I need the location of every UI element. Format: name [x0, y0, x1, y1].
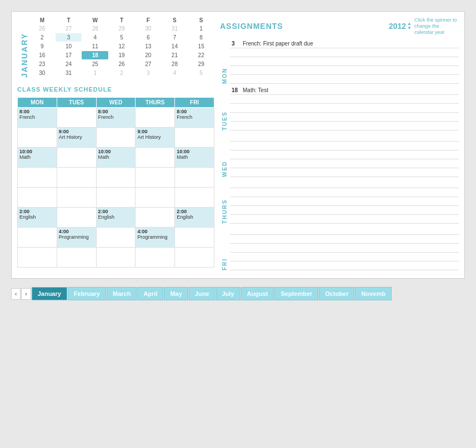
class-time: 4:00 — [59, 229, 94, 234]
schedule-col-header: FRI — [175, 98, 214, 108]
cal-cell[interactable]: 31 — [56, 69, 82, 77]
assignment-day-section: TUES18Math: Test — [220, 86, 459, 130]
month-tab-may[interactable]: May — [164, 287, 188, 300]
cal-cell[interactable]: 24 — [56, 60, 82, 68]
schedule-cell — [136, 108, 175, 128]
cal-cell[interactable]: 12 — [108, 42, 135, 51]
cal-cell[interactable]: 3 — [56, 33, 82, 42]
cal-cell[interactable]: 1 — [188, 24, 214, 33]
day-rows: 3French: First paper draft due — [230, 39, 459, 84]
month-tab-july[interactable]: July — [216, 287, 240, 300]
assignment-row: 3French: First paper draft due — [230, 39, 459, 48]
class-time: 10:00 — [177, 149, 212, 154]
cal-cell[interactable]: 27 — [56, 24, 82, 33]
cal-cell[interactable]: 11 — [82, 42, 108, 51]
cal-cell[interactable]: 27 — [135, 60, 162, 68]
cal-cell[interactable]: 30 — [135, 24, 162, 33]
cal-cell[interactable]: 18 — [82, 51, 108, 59]
class-time: 8:00 — [98, 109, 134, 114]
class-time: 10:00 — [19, 149, 55, 154]
cal-cell[interactable]: 16 — [29, 51, 56, 59]
month-tab-january[interactable]: January — [32, 287, 67, 300]
month-tab-june[interactable]: June — [189, 287, 216, 300]
cal-week-row: 2345678 — [29, 33, 214, 42]
cal-day-header: W — [82, 17, 108, 23]
class-block: 10:00Math — [98, 149, 134, 160]
class-time: 2:00 — [19, 209, 55, 214]
cal-cell[interactable]: 14 — [162, 42, 188, 51]
assignment-day-section: FRI — [220, 226, 459, 270]
schedule-cell: 4:00Programming — [57, 228, 96, 248]
cal-cell[interactable]: 19 — [108, 51, 135, 59]
cal-week-row: 23242526272829 — [29, 60, 214, 68]
cal-cell[interactable]: 13 — [135, 42, 162, 51]
class-time: 10:00 — [98, 149, 134, 154]
cal-cell[interactable]: 7 — [162, 33, 188, 42]
cal-cell[interactable]: 10 — [56, 42, 82, 51]
cal-cell[interactable]: 17 — [56, 51, 82, 59]
assignments-title: ASSIGNMENTS — [220, 22, 386, 31]
cal-cell[interactable]: 26 — [108, 60, 135, 68]
cal-cell[interactable]: 23 — [29, 60, 56, 68]
month-tab-august[interactable]: August — [241, 287, 274, 300]
cal-cell[interactable]: 4 — [162, 69, 188, 77]
cal-header: MTWTFSS — [29, 17, 214, 23]
schedule-cell: 9:00Art History — [57, 128, 96, 148]
class-block: 2:00English — [177, 209, 212, 220]
spinner-down-icon[interactable]: ▼ — [407, 26, 412, 31]
cal-cell[interactable]: 5 — [108, 33, 135, 42]
class-name: English — [19, 214, 55, 220]
cal-cell[interactable]: 31 — [162, 24, 188, 33]
schedule-cell — [57, 108, 96, 128]
cal-cell[interactable]: 28 — [162, 60, 188, 68]
cal-cell[interactable]: 4 — [82, 33, 108, 42]
month-tab-february[interactable]: February — [68, 287, 106, 300]
assignment-row — [230, 150, 459, 159]
class-time: 2:00 — [98, 209, 134, 214]
schedule-cell — [18, 188, 57, 208]
cal-cell[interactable]: 6 — [135, 33, 162, 42]
cal-cell[interactable]: 29 — [188, 60, 214, 68]
month-tab-novemb[interactable]: Novemb — [355, 287, 391, 300]
schedule-cell — [96, 128, 136, 148]
month-tab-april[interactable]: April — [137, 287, 163, 300]
class-time: 9:00 — [137, 129, 173, 134]
cal-cell[interactable]: 29 — [108, 24, 135, 33]
cal-cell[interactable]: 2 — [29, 33, 56, 42]
cal-cell[interactable]: 5 — [188, 69, 214, 77]
cal-cell[interactable]: 2 — [108, 69, 135, 77]
cal-cell[interactable]: 22 — [188, 51, 214, 59]
cal-cell[interactable]: 21 — [162, 51, 188, 59]
schedule-cell — [136, 148, 175, 168]
cal-cell[interactable]: 20 — [135, 51, 162, 59]
schedule-col-header: WED — [96, 98, 136, 108]
class-block: 10:00Math — [177, 149, 212, 160]
assignment-row — [230, 226, 459, 235]
cal-cell[interactable]: 30 — [29, 69, 56, 77]
assignment-text: French: First paper draft due — [243, 41, 313, 47]
month-tab-march[interactable]: March — [107, 287, 137, 300]
cal-cell[interactable]: 8 — [188, 33, 214, 42]
prev-nav-button[interactable]: ‹ — [11, 288, 21, 300]
month-tab-october[interactable]: October — [319, 287, 354, 300]
day-rows: 18Math: Test — [230, 86, 459, 130]
next-nav-button[interactable]: › — [21, 288, 31, 300]
class-time: 9:00 — [59, 129, 94, 134]
schedule-cell: 2:00English — [96, 208, 136, 228]
cal-cell[interactable]: 25 — [82, 60, 108, 68]
left-panel: JANUARY MTWTFSS 262728293031123456789101… — [17, 17, 214, 273]
cal-cell[interactable]: 1 — [82, 69, 108, 77]
cal-cell[interactable]: 3 — [135, 69, 162, 77]
cal-cell[interactable]: 15 — [188, 42, 214, 51]
class-name: Art History — [137, 134, 173, 140]
assignment-row — [230, 206, 459, 215]
cal-cell[interactable]: 9 — [29, 42, 56, 51]
schedule-cell: 8:00French — [175, 108, 214, 128]
month-tab-september[interactable]: September — [274, 287, 318, 300]
schedule-cell — [136, 188, 175, 208]
year-spinner[interactable]: ▲ ▼ — [407, 22, 412, 31]
day-label: TUES — [220, 86, 230, 130]
cal-cell[interactable]: 28 — [82, 24, 108, 33]
class-name: French — [19, 114, 55, 120]
cal-cell[interactable]: 26 — [29, 24, 56, 33]
